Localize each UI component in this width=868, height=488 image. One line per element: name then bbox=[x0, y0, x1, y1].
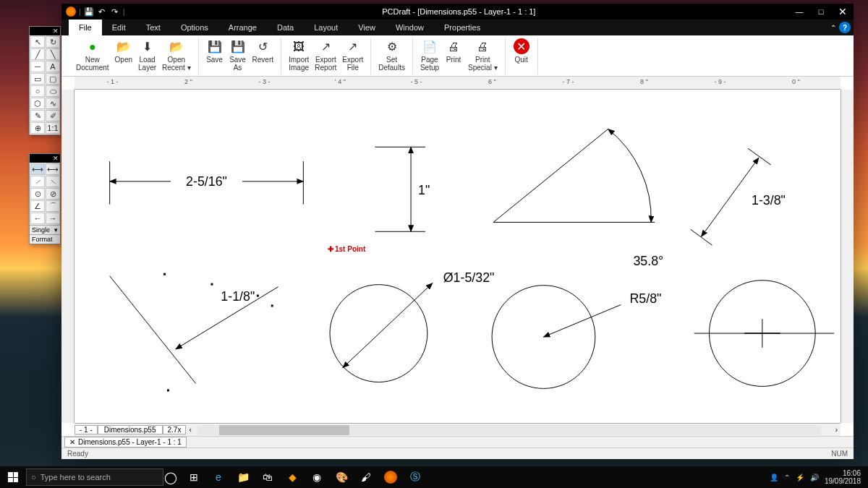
ruler-vertical-right bbox=[841, 90, 854, 423]
tool-scale[interactable]: 1:1 bbox=[46, 122, 60, 134]
tool-ellipse[interactable]: ⬭ bbox=[46, 85, 60, 97]
undo-icon[interactable]: ↶ bbox=[97, 7, 107, 17]
nav-first[interactable]: - 1 - bbox=[75, 425, 98, 435]
zoom-level[interactable]: 2.7x bbox=[163, 425, 187, 435]
ribbon-export-report[interactable]: ↗ExportReport bbox=[312, 38, 339, 74]
svg-rect-15 bbox=[210, 283, 213, 286]
tray-sound-icon[interactable]: 🔊 bbox=[810, 474, 819, 481]
ribbon-export-file[interactable]: ↗ExportFile bbox=[339, 38, 366, 74]
svg-point-19 bbox=[330, 285, 427, 382]
close-button[interactable]: ✕ bbox=[832, 4, 854, 20]
tool-hline[interactable]: ─ bbox=[30, 61, 45, 72]
tray-people-icon[interactable]: 👤 bbox=[770, 474, 778, 481]
help-icon[interactable]: ? bbox=[839, 22, 851, 33]
tool-line2[interactable]: ╲ bbox=[46, 48, 60, 60]
tray-network-icon[interactable]: ⚡ bbox=[796, 474, 804, 481]
pcdraft-icon[interactable] bbox=[379, 466, 402, 488]
scroll-right-icon[interactable]: › bbox=[833, 426, 841, 434]
tool-free[interactable]: ✎ bbox=[30, 110, 45, 121]
paint-icon[interactable]: 🎨 bbox=[330, 466, 353, 488]
ribbon-revert[interactable]: ↺Revert bbox=[250, 38, 276, 74]
paint2-icon[interactable]: 🖌 bbox=[354, 466, 378, 488]
dim-h[interactable]: ⟷ bbox=[30, 163, 45, 175]
dim-r[interactable]: ⊙ bbox=[30, 188, 45, 200]
menu-file[interactable]: File bbox=[69, 20, 102, 35]
app-icon[interactable]: ◆ bbox=[281, 466, 304, 488]
clock[interactable]: 16:0619/09/2018 bbox=[825, 469, 861, 485]
menu-edit[interactable]: Edit bbox=[102, 20, 136, 35]
tool-rect[interactable]: ▭ bbox=[30, 73, 45, 85]
scroll-left-icon[interactable]: ‹ bbox=[186, 426, 194, 434]
dim-arc[interactable]: ⌒ bbox=[46, 200, 60, 212]
palette-format[interactable]: Format bbox=[30, 234, 60, 244]
tool-text[interactable]: A bbox=[46, 61, 60, 72]
tool-curve[interactable]: ∿ bbox=[46, 98, 60, 109]
tool-marker[interactable]: ⊕ bbox=[30, 122, 45, 134]
ribbon-set-defaults[interactable]: ⚙SetDefaults bbox=[375, 38, 408, 74]
minimize-button[interactable]: — bbox=[788, 4, 810, 20]
ribbon-save-as[interactable]: 💾SaveAs bbox=[226, 38, 250, 74]
dim-v[interactable]: ⟷ bbox=[46, 163, 60, 175]
ribbon-page-setup[interactable]: 📄PageSetup bbox=[417, 38, 442, 74]
store-icon[interactable]: 🛍 bbox=[256, 466, 279, 488]
tool-pick[interactable]: ✐ bbox=[46, 110, 60, 121]
close-icon[interactable]: ✕ bbox=[53, 154, 59, 163]
dim-right[interactable]: → bbox=[46, 213, 60, 224]
ribbon-print[interactable]: 🖨Print bbox=[442, 38, 465, 74]
drawing-canvas[interactable]: 2-5/16" 1" 35.8° 1-3/8" bbox=[75, 90, 841, 423]
chrome-icon[interactable]: ◉ bbox=[305, 466, 328, 488]
close-tab-icon[interactable]: ✕ bbox=[69, 438, 75, 446]
dim-label: 2-5/16" bbox=[186, 174, 227, 189]
ribbon-save[interactable]: 💾Save bbox=[203, 38, 226, 74]
ribbon-new-document[interactable]: ●NewDocument bbox=[73, 38, 112, 74]
collapse-ribbon-icon[interactable]: ⌃ bbox=[830, 24, 836, 32]
search-box[interactable]: ○Type here to search bbox=[26, 468, 163, 486]
tool-palette-main[interactable]: ✕ ↖↻ ╱╲ ─A ▭▢ ○⬭ ⬡∿ ✎✐ ⊕1:1 bbox=[29, 26, 61, 135]
tool-palette-dim[interactable]: ✕ ⟷⟷ ⟋⟍ ⊙⊘ ∠⌒ ←→ Single▾ Format bbox=[29, 153, 61, 244]
dim-ang[interactable]: ∠ bbox=[30, 200, 45, 212]
menu-arrange[interactable]: Arrange bbox=[218, 20, 267, 35]
edge-icon[interactable]: e bbox=[207, 466, 230, 488]
dim-left[interactable]: ← bbox=[30, 213, 45, 224]
menu-text[interactable]: Text bbox=[136, 20, 171, 35]
tool-line[interactable]: ╱ bbox=[30, 48, 45, 60]
dim-a1[interactable]: ⟋ bbox=[30, 176, 45, 187]
tool-round[interactable]: ▢ bbox=[46, 73, 60, 85]
dim-d[interactable]: ⊘ bbox=[46, 188, 60, 200]
svg-rect-16 bbox=[257, 295, 259, 297]
redo-icon[interactable]: ↷ bbox=[110, 7, 120, 17]
palette-single[interactable]: Single▾ bbox=[30, 225, 60, 234]
menu-view[interactable]: View bbox=[348, 20, 386, 35]
close-icon[interactable]: ✕ bbox=[53, 27, 59, 35]
ribbon-load-layer[interactable]: ⬇LoadLayer bbox=[135, 38, 159, 74]
tab-file[interactable]: Dimensions.p55 bbox=[98, 425, 163, 435]
taskview-icon[interactable]: ⊞ bbox=[182, 466, 205, 488]
tool-rotate[interactable]: ↻ bbox=[46, 36, 60, 48]
skype-icon[interactable]: Ⓢ bbox=[404, 466, 427, 488]
explorer-icon[interactable]: 📁 bbox=[231, 466, 255, 488]
menu-options[interactable]: Options bbox=[171, 20, 218, 35]
horizontal-scrollbar[interactable]: - 1 - Dimensions.p55 2.7x ‹ › bbox=[75, 423, 841, 436]
menu-window[interactable]: Window bbox=[386, 20, 434, 35]
menu-properties[interactable]: Properties bbox=[434, 20, 490, 35]
ribbon-quit[interactable]: ✕Quit bbox=[510, 38, 533, 74]
ribbon-open[interactable]: 📂Open bbox=[112, 38, 135, 74]
ribbon-open-recent-[interactable]: 📂OpenRecent ▾ bbox=[159, 38, 193, 74]
scroll-thumb[interactable] bbox=[219, 425, 349, 435]
tool-arrow[interactable]: ↖ bbox=[30, 36, 45, 48]
maximize-button[interactable]: □ bbox=[810, 4, 832, 20]
app-logo-icon[interactable] bbox=[66, 7, 76, 17]
dim-a2[interactable]: ⟍ bbox=[46, 176, 60, 187]
tool-circle[interactable]: ○ bbox=[30, 85, 45, 97]
menu-layout[interactable]: Layout bbox=[304, 20, 348, 35]
save-icon[interactable]: 💾 bbox=[84, 7, 94, 17]
cortana-icon[interactable]: ◯ bbox=[163, 471, 178, 484]
document-tab[interactable]: ✕Dimensions.p55 - Layer-1 - 1 : 1 bbox=[64, 437, 187, 448]
menu-data[interactable]: Data bbox=[267, 20, 304, 35]
search-icon: ○ bbox=[31, 473, 36, 481]
ribbon-import-image[interactable]: 🖼ImportImage bbox=[286, 38, 312, 74]
ribbon-print-special-[interactable]: 🖨PrintSpecial ▾ bbox=[465, 38, 501, 74]
start-button[interactable] bbox=[0, 466, 26, 488]
tray-up-icon[interactable]: ⌃ bbox=[784, 474, 790, 481]
tool-poly[interactable]: ⬡ bbox=[30, 98, 45, 109]
